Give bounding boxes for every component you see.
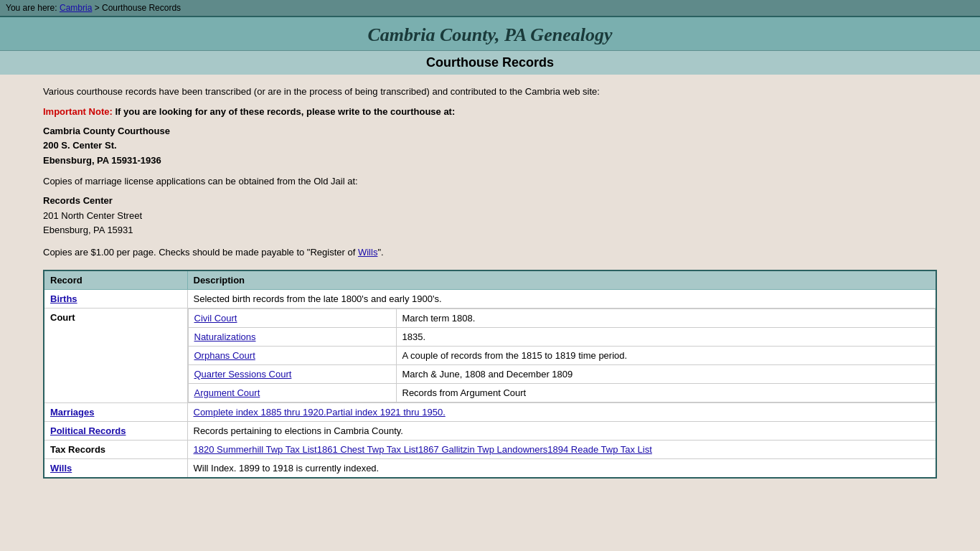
multi-record-link[interactable]: 1861 Chest Twp Tax List [317, 444, 418, 455]
record-name-cell-tax-records: Tax Records [44, 440, 187, 458]
record-link-political[interactable]: Political Records [50, 425, 126, 436]
address1-line2: Ebensburg, PA 15931-1936 [43, 154, 937, 169]
sub-link-cell: Naturalizations [188, 327, 396, 346]
breadcrumb-separator: > [95, 3, 100, 13]
copies-text: Copies of marriage license applications … [43, 176, 937, 187]
records-table: Record Description BirthsSelected birth … [43, 270, 937, 479]
content-area: Various courthouse records have been tra… [0, 75, 980, 493]
wills-link-inline[interactable]: Wills [358, 247, 377, 258]
address2-line1: 201 North Center Street [43, 209, 937, 224]
important-note-label: Important Note: [43, 106, 113, 117]
record-name-cell: Wills [44, 458, 187, 478]
sub-link-cell: Orphans Court [188, 346, 396, 364]
multi-record-link[interactable]: 1867 Gallitzin Twp Landowners [418, 444, 547, 455]
record-multi-links: 1820 Summerhill Twp Tax List1861 Chest T… [187, 440, 936, 458]
breadcrumb-current: Courthouse Records [102, 3, 181, 13]
multi-record-link[interactable]: 1820 Summerhill Twp Tax List [194, 444, 317, 455]
sub-record-desc: A couple of records from the 1815 to 181… [396, 346, 936, 364]
multi-record-link[interactable]: Complete index 1885 thru 1920. [194, 407, 326, 418]
sub-record-desc: March & June, 1808 and December 1809 [396, 364, 936, 383]
multi-record-link[interactable]: 1894 Reade Twp Tax List [547, 444, 652, 455]
sub-record-link[interactable]: Orphans Court [194, 350, 255, 361]
sub-link-cell: Argument Court [188, 383, 396, 402]
important-note-text: If you are looking for any of these reco… [115, 106, 455, 117]
record-desc: Selected birth records from the late 180… [187, 289, 936, 308]
header-title-bar: Cambria County, PA Genealogy [0, 17, 980, 51]
sub-record-link[interactable]: Naturalizations [194, 331, 256, 342]
intro-text: Various courthouse records have been tra… [43, 85, 937, 99]
record-multi-links: Complete index 1885 thru 1920.Partial in… [187, 402, 936, 421]
court-sub-table: Civil CourtMarch term 1808.Naturalizatio… [188, 309, 936, 402]
address1-name: Cambria County Courthouse [43, 124, 937, 139]
sub-link-cell: Quarter Sessions Court [188, 364, 396, 383]
sub-record-desc: Records from Argument Court [396, 383, 936, 402]
table-row: Civil CourtMarch term 1808. [188, 309, 936, 327]
multi-record-link[interactable]: Partial index 1921 thru 1950. [326, 407, 446, 418]
address2-name: Records Center [43, 194, 937, 209]
breadcrumb-bar: You are here: Cambria > Courthouse Recor… [0, 0, 980, 17]
record-desc: Will Index. 1899 to 1918 is currently in… [187, 458, 936, 478]
record-name-cell-political: Political Records [44, 421, 187, 440]
sub-record-link[interactable]: Argument Court [194, 387, 260, 398]
address-block-2: Records Center 201 North Center Street E… [43, 194, 937, 238]
site-title: Cambria County, PA Genealogy [3, 24, 977, 46]
record-link-wills[interactable]: Wills [50, 463, 72, 474]
record-name-cell-court: Court [44, 308, 187, 402]
table-row: Orphans CourtA couple of records from th… [188, 346, 936, 364]
col-header-record: Record [44, 270, 187, 290]
record-link-marriages[interactable]: Marriages [50, 407, 94, 418]
copy-info-pre: Copies are $1.00 per page. Checks should… [43, 247, 358, 258]
record-name-cell-marriages: Marriages [44, 402, 187, 421]
sub-record-desc: March term 1808. [396, 309, 936, 327]
breadcrumb-prefix: You are here: [6, 3, 57, 13]
table-row: Argument CourtRecords from Argument Cour… [188, 383, 936, 402]
copy-info-post: ". [377, 247, 383, 258]
record-desc-political: Records pertaining to elections in Cambr… [187, 421, 936, 440]
address-block-1: Cambria County Courthouse 200 S. Center … [43, 124, 937, 169]
record-name-cell: Births [44, 289, 187, 308]
table-row: Quarter Sessions CourtMarch & June, 1808… [188, 364, 936, 383]
record-link-births[interactable]: Births [50, 293, 77, 304]
record-sub-table-cell: Civil CourtMarch term 1808.Naturalizatio… [187, 308, 936, 402]
sub-record-link[interactable]: Civil Court [194, 313, 237, 324]
table-row: Naturalizations1835. [188, 327, 936, 346]
sub-link-cell: Civil Court [188, 309, 396, 327]
address1-line1: 200 S. Center St. [43, 138, 937, 154]
copy-info: Copies are $1.00 per page. Checks should… [43, 245, 937, 260]
col-header-description: Description [187, 270, 936, 290]
page-subtitle: Courthouse Records [426, 55, 554, 70]
address2-line2: Ebensburg, PA 15931 [43, 223, 937, 238]
sub-record-desc: 1835. [396, 327, 936, 346]
breadcrumb-cambria-link[interactable]: Cambria [60, 3, 92, 13]
sub-record-link[interactable]: Quarter Sessions Court [194, 369, 292, 380]
page-subtitle-bar: Courthouse Records [0, 51, 980, 75]
